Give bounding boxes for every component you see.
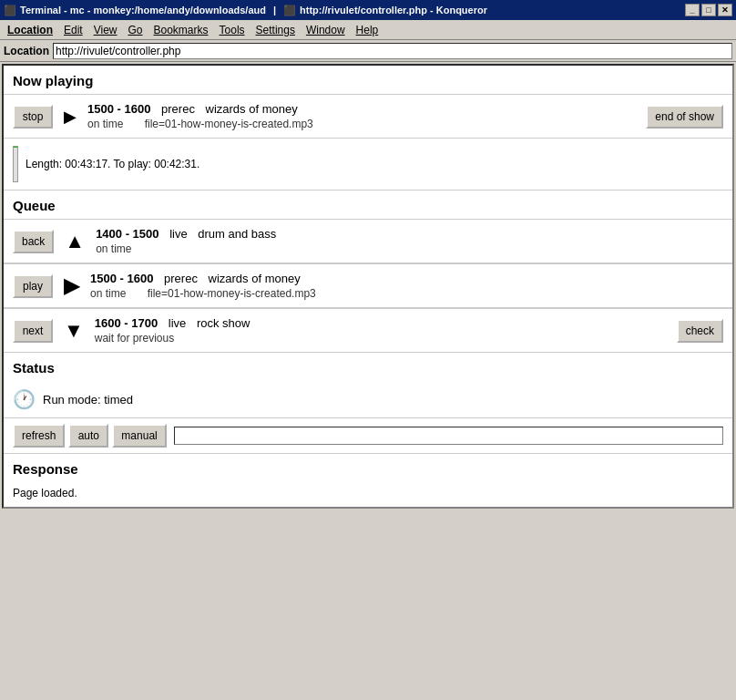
queue-0-line1: 1400 - 1500 live drum and bass: [96, 227, 723, 241]
queue-section: Queue back ▲ 1400 - 1500 live drum and b…: [4, 190, 732, 353]
title-text-right: http://rivulet/controller.php - Konquero…: [300, 5, 487, 15]
status-header: Status: [4, 353, 732, 381]
queue-1-time: 1500 - 1600: [90, 272, 153, 285]
title-icon: ⬛: [4, 5, 16, 16]
status-row: 🕐 Run mode: timed: [4, 381, 732, 418]
queue-1-type: prerec: [164, 272, 198, 285]
run-mode-text: Run mode: timed: [43, 393, 133, 407]
queue-0-type: live: [169, 227, 188, 241]
queue-1-name: wizards of money: [209, 272, 301, 285]
response-section: Response Page loaded.: [4, 454, 732, 507]
queue-1-file: file=01-how-money-is-created.mp3: [148, 287, 316, 300]
response-header: Response: [4, 454, 732, 482]
queue-2-line2: wait for previous: [95, 332, 671, 345]
now-playing-type: prerec: [161, 102, 195, 116]
now-playing-time: 1500 - 1600: [87, 102, 150, 116]
queue-1-track-info: 1500 - 1600 prerec wizards of money on t…: [90, 270, 723, 302]
queue-2-status: wait for previous: [95, 332, 174, 345]
progress-text: Length: 00:43:17. To play: 00:42:31.: [26, 158, 199, 170]
response-body: Page loaded.: [4, 482, 732, 507]
queue-2-type: live: [169, 316, 187, 330]
now-playing-status: on time: [87, 118, 123, 130]
playing-icon: ▶: [58, 107, 82, 127]
queue-2-icon: ▼: [58, 319, 89, 343]
maximize-button[interactable]: □: [701, 4, 716, 16]
location-label: Location: [4, 45, 49, 57]
now-playing-row: stop ▶ 1500 - 1600 prerec wizards of mon…: [4, 94, 732, 139]
menu-tools[interactable]: Tools: [214, 22, 250, 38]
now-playing-header: Now playing: [4, 66, 732, 94]
queue-0-line2: on time: [96, 242, 723, 255]
menu-view[interactable]: View: [88, 22, 123, 38]
now-playing-track-line1: 1500 - 1600 prerec wizards of money: [87, 102, 640, 116]
menu-settings[interactable]: Settings: [250, 22, 301, 38]
title-bar: ⬛ Terminal - mc - monkey:/home/andy/down…: [0, 0, 736, 20]
queue-2-track-info: 1600 - 1700 live rock show wait for prev…: [95, 314, 671, 346]
menu-help[interactable]: Help: [351, 22, 384, 38]
queue-2-time: 1600 - 1700: [95, 316, 158, 330]
stop-button[interactable]: stop: [13, 105, 53, 129]
mode-input[interactable]: [174, 427, 723, 445]
back-button[interactable]: back: [13, 230, 54, 253]
status-section: Status 🕐 Run mode: timed refresh auto ma…: [4, 353, 732, 454]
next-button[interactable]: next: [13, 319, 53, 343]
queue-row-0: back ▲ 1400 - 1500 live drum and bass on…: [4, 219, 732, 263]
now-playing-track-line2: on time file=01-how-money-is-created.mp3: [87, 118, 640, 130]
queue-1-icon: ▶: [58, 274, 85, 298]
menu-bookmarks[interactable]: Bookmarks: [148, 22, 214, 38]
queue-1-status: on time: [90, 287, 126, 300]
queue-row-1: play ▶ 1500 - 1600 prerec wizards of mon…: [4, 263, 732, 308]
now-playing-section: Now playing stop ▶ 1500 - 1600 prerec wi…: [4, 66, 732, 139]
progress-fill: [14, 147, 17, 148]
end-of-show-button[interactable]: end of show: [646, 105, 723, 129]
queue-header: Queue: [4, 190, 732, 219]
auto-button[interactable]: auto: [68, 424, 108, 448]
clock-icon: 🕐: [13, 388, 36, 410]
play-button[interactable]: play: [13, 274, 53, 298]
title-text-left: Terminal - mc - monkey:/home/andy/downlo…: [20, 5, 266, 15]
queue-0-time: 1400 - 1500: [96, 227, 158, 241]
now-playing-file: file=01-how-money-is-created.mp3: [145, 118, 313, 130]
now-playing-track-info: 1500 - 1600 prerec wizards of money on t…: [87, 100, 640, 132]
minimize-button[interactable]: _: [685, 4, 700, 16]
queue-2-name: rock show: [197, 316, 250, 330]
menu-bar: Location Edit View Go Bookmarks Tools Se…: [0, 20, 736, 40]
close-button[interactable]: ✕: [718, 4, 732, 16]
queue-row-2: next ▼ 1600 - 1700 live rock show wait f…: [4, 308, 732, 353]
progress-bar: [13, 146, 18, 182]
queue-0-name: drum and bass: [198, 227, 276, 241]
location-bar: Location: [0, 40, 736, 62]
progress-section: Length: 00:43:17. To play: 00:42:31.: [4, 139, 732, 190]
queue-0-track-info: 1400 - 1500 live drum and bass on time: [96, 225, 723, 257]
location-input[interactable]: [53, 43, 732, 59]
menu-go[interactable]: Go: [122, 22, 148, 38]
title-controls: _ □ ✕: [685, 4, 732, 16]
title-separator: |: [273, 5, 276, 15]
queue-0-status: on time: [96, 242, 131, 255]
response-text: Page loaded.: [13, 485, 77, 501]
content-area: Now playing stop ▶ 1500 - 1600 prerec wi…: [2, 64, 734, 509]
queue-1-line1: 1500 - 1600 prerec wizards of money: [90, 272, 723, 285]
refresh-button[interactable]: refresh: [13, 424, 65, 448]
menu-window[interactable]: Window: [301, 22, 351, 38]
title-bar-left: ⬛ Terminal - mc - monkey:/home/andy/down…: [4, 5, 685, 16]
queue-0-icon: ▲: [59, 230, 90, 253]
queue-1-line2: on time file=01-how-money-is-created.mp3: [90, 287, 723, 300]
queue-2-line1: 1600 - 1700 live rock show: [95, 316, 671, 330]
now-playing-name: wizards of money: [206, 102, 298, 116]
manual-button[interactable]: manual: [112, 424, 166, 448]
check-button[interactable]: check: [677, 319, 723, 343]
menu-location[interactable]: Location: [2, 22, 58, 38]
button-row: refresh auto manual: [4, 418, 732, 454]
title-icon2: ⬛: [283, 5, 296, 16]
menu-edit[interactable]: Edit: [58, 22, 88, 38]
